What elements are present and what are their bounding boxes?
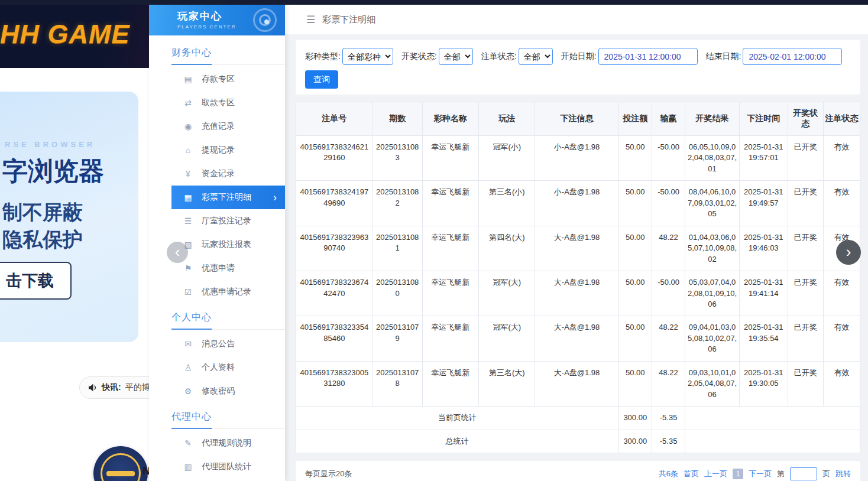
draw-status-label: 开奖状态: bbox=[401, 51, 437, 62]
column-header: 期数 bbox=[373, 102, 422, 136]
site-header: HH GAME bbox=[0, 0, 149, 68]
next-page-link[interactable]: 下一页 bbox=[749, 469, 772, 479]
sidebar-item-promo-apply[interactable]: ⚑优惠申请 bbox=[171, 256, 285, 280]
sidebar-item-cashout-records[interactable]: ⌂提现记录 bbox=[171, 138, 285, 162]
summary-row: 当前页统计300.00-5.35 bbox=[296, 407, 860, 430]
jump-prefix-label: 第 bbox=[777, 469, 785, 479]
lottery-type-label: 彩种类型: bbox=[305, 51, 341, 62]
per-page-label: 每页显示20条 bbox=[305, 469, 352, 479]
lottery-type-select[interactable]: 全部彩种 bbox=[342, 48, 393, 65]
player-center-panel: 玩家中心 PLAYERS CENTER 财务中心▤存款专区⇄取款专区◉充值记录⌂… bbox=[149, 5, 868, 481]
carousel-next-button[interactable]: › bbox=[836, 240, 861, 265]
hall-bets-icon: ☰ bbox=[183, 216, 193, 226]
total-count: 共6条 bbox=[659, 469, 678, 479]
speaker-icon bbox=[88, 384, 98, 392]
table-cell: 401569173832462129160 bbox=[296, 136, 373, 181]
table-cell: 有效 bbox=[823, 361, 860, 406]
table-cell: 2025-01-31 19:49:57 bbox=[739, 181, 788, 226]
table-cell: 20250131082 bbox=[373, 181, 422, 226]
first-page-link[interactable]: 首页 bbox=[684, 469, 699, 479]
sidebar-section-title: 财务中心 bbox=[171, 47, 285, 65]
summary-bet-total: 300.00 bbox=[618, 430, 652, 453]
table-cell: 48.22 bbox=[652, 316, 685, 361]
promo-feature-1: 制不屏蔽 bbox=[2, 199, 83, 226]
draw-status-select[interactable]: 全部 bbox=[439, 48, 473, 65]
end-date-label: 结束日期: bbox=[706, 51, 741, 62]
table-cell: 2025-01-31 19:35:54 bbox=[739, 316, 788, 361]
table-cell: 幸运飞艇新 bbox=[422, 271, 478, 316]
sidebar-item-change-password[interactable]: ⚙修改密码 bbox=[171, 379, 285, 403]
table-row: 40156917383246212916020250131083幸运飞艇新冠军(… bbox=[296, 136, 860, 181]
sidebar-item-fund-records[interactable]: ¥资金记录 bbox=[171, 162, 285, 186]
filter-button-row: 查询 bbox=[305, 70, 851, 89]
table-cell: 已开奖 bbox=[788, 226, 823, 271]
main-area: ☰ 彩票下注明细 彩种类型: 全部彩种 开奖状态: 全部 注单状态: bbox=[285, 5, 868, 481]
table-cell: 2025-01-31 19:57:01 bbox=[739, 136, 788, 181]
table-cell: 有效 bbox=[823, 316, 860, 361]
menu-toggle-icon[interactable]: ☰ bbox=[306, 14, 315, 26]
sidebar-item-label: 取款专区 bbox=[202, 98, 235, 108]
table-cell: 已开奖 bbox=[788, 316, 823, 361]
order-status-select[interactable]: 全部 bbox=[519, 48, 553, 65]
topbar: ☰ 彩票下注明细 bbox=[285, 5, 868, 34]
jump-page-input[interactable] bbox=[790, 467, 817, 480]
sidebar-item-player-bet-report[interactable]: ▧玩家投注报表 bbox=[171, 233, 285, 256]
end-date-input[interactable] bbox=[743, 48, 842, 65]
sidebar-item-label: 个人资料 bbox=[202, 362, 235, 373]
start-date-label: 开始日期: bbox=[561, 51, 597, 62]
summary-win-loss: -5.35 bbox=[652, 430, 685, 453]
table-cell: 幸运飞艇新 bbox=[422, 226, 478, 271]
target-decoration-icon bbox=[253, 8, 277, 32]
table-cell: 48.22 bbox=[652, 226, 685, 271]
sidebar-item-withdraw-zone[interactable]: ⇄取款专区 bbox=[171, 91, 285, 115]
table-cell: 大-A盘@1.98 bbox=[535, 361, 618, 406]
search-button[interactable]: 查询 bbox=[305, 70, 338, 89]
column-header: 输赢 bbox=[652, 102, 685, 136]
table-cell: 2025-01-31 19:41:14 bbox=[739, 271, 788, 316]
table-cell: -50.00 bbox=[652, 181, 685, 226]
order-status-label: 注单状态: bbox=[481, 51, 517, 62]
table-cell: 大-A盘@1.98 bbox=[535, 226, 618, 271]
sidebar-item-deposit-zone[interactable]: ▤存款专区 bbox=[171, 67, 285, 91]
table-row: 40156917383230053128020250131078幸运飞艇新第三名… bbox=[296, 361, 860, 406]
sidebar-section-text: 个人中心 bbox=[171, 311, 212, 330]
sidebar-item-label: 代理规则说明 bbox=[202, 438, 251, 448]
withdraw-icon: ⇄ bbox=[183, 98, 193, 108]
ticker-label: 快讯: bbox=[102, 382, 121, 393]
sidebar-item-announcements[interactable]: ✉消息公告 bbox=[171, 332, 285, 356]
sidebar-section-title: 代理中心 bbox=[171, 411, 285, 429]
table-cell: 第三名(小) bbox=[479, 181, 535, 226]
sidebar-item-label: 玩家投注报表 bbox=[202, 239, 251, 250]
sidebar-item-lottery-bet-details[interactable]: ▦彩票下注明细› bbox=[171, 186, 285, 209]
promo-apply-icon: ⚑ bbox=[183, 264, 193, 273]
sidebar-item-recharge-records[interactable]: ◉充值记录 bbox=[171, 115, 285, 138]
sidebar-item-agent-rules[interactable]: ✎代理规则说明 bbox=[171, 431, 285, 455]
table-cell: 01,04,03,06,05,07,10,09,08,02 bbox=[685, 226, 740, 271]
sidebar-item-promo-apply-records[interactable]: ☑优惠申请记录 bbox=[171, 280, 285, 304]
column-header: 下注时间 bbox=[739, 102, 788, 136]
start-date-input[interactable] bbox=[598, 48, 698, 65]
download-button[interactable]: 击下载 bbox=[0, 262, 72, 300]
site-logo: HH GAME bbox=[0, 19, 130, 50]
sidebar-item-profile[interactable]: ♙个人资料 bbox=[171, 356, 285, 379]
table-cell: 已开奖 bbox=[788, 271, 823, 316]
sidebar-item-agent-team-stats[interactable]: ▥代理团队统计 bbox=[171, 455, 285, 479]
sidebar-item-label: 厅室投注记录 bbox=[202, 216, 251, 226]
table-cell: 2025-01-31 19:46:03 bbox=[739, 226, 788, 271]
carousel-prev-button[interactable]: ‹ bbox=[167, 242, 188, 263]
jump-button[interactable]: 跳转 bbox=[835, 469, 851, 479]
column-header: 下注信息 bbox=[535, 102, 618, 136]
table-row: 40156917383233548546020250131079幸运飞艇新冠军(… bbox=[296, 316, 860, 361]
sidebar-item-label: 优惠申请记录 bbox=[202, 287, 251, 297]
table-cell: 50.00 bbox=[618, 136, 652, 181]
sidebar-item-label: 消息公告 bbox=[202, 339, 235, 349]
table-cell: 06,05,10,09,02,04,08,03,07,01 bbox=[685, 136, 740, 181]
sidebar-item-hall-bet-records[interactable]: ☰厅室投注记录 bbox=[171, 209, 285, 233]
current-page[interactable]: 1 bbox=[733, 469, 743, 479]
table-cell: 401569173832396390740 bbox=[296, 226, 373, 271]
table-cell: 20250131083 bbox=[373, 136, 422, 181]
table-cell: 20250131080 bbox=[373, 271, 422, 316]
prev-page-link[interactable]: 上一页 bbox=[704, 469, 727, 479]
column-header: 注单状态 bbox=[823, 102, 860, 136]
column-header: 开奖结果 bbox=[685, 102, 740, 136]
